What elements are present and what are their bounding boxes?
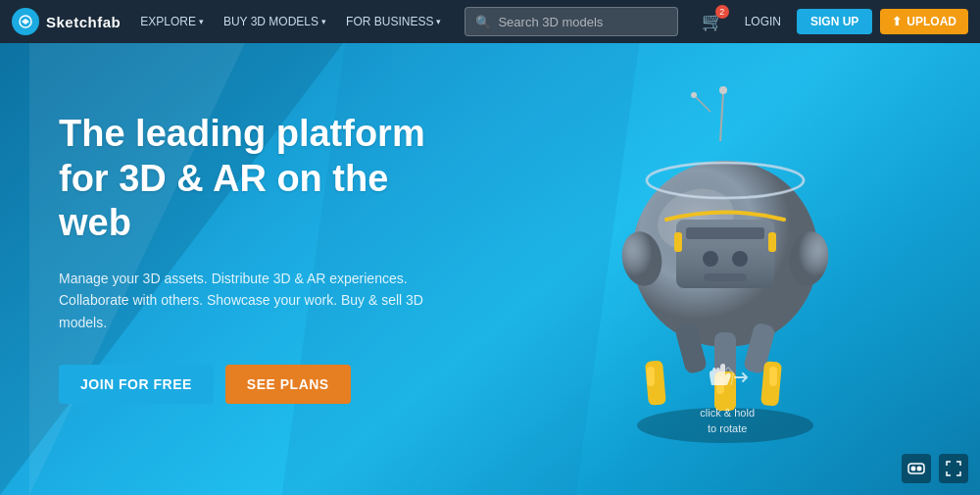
svg-point-5	[691, 92, 697, 98]
sketchfab-logo-icon	[12, 8, 39, 35]
join-button[interactable]: JOIN FOR FREE	[59, 365, 214, 404]
hand-icon	[704, 358, 751, 401]
svg-rect-16	[704, 273, 747, 281]
upload-icon: ⬆	[892, 15, 902, 28]
svg-rect-13	[686, 227, 764, 239]
bottom-icons	[902, 454, 968, 483]
explore-arrow-icon: ▾	[199, 17, 204, 26]
signup-button[interactable]: SIGN UP	[797, 9, 872, 34]
business-arrow-icon: ▾	[436, 17, 441, 26]
upload-button[interactable]: ⬆ UPLOAD	[880, 9, 968, 34]
hero-content: The leading platform for 3D & AR on the …	[0, 43, 470, 404]
cart-icon[interactable]: 🛒 2	[696, 7, 729, 36]
search-input[interactable]	[498, 15, 666, 29]
logo-text: Sketchfab	[46, 14, 121, 30]
vr-button[interactable]	[902, 454, 931, 483]
explore-nav[interactable]: EXPLORE ▾	[134, 11, 210, 32]
svg-point-3	[719, 86, 727, 94]
login-button[interactable]: LOGIN	[737, 11, 789, 32]
hero-subtitle: Manage your 3D assets. Distribute 3D & A…	[59, 268, 441, 333]
buy-arrow-icon: ▾	[321, 17, 326, 26]
svg-rect-12	[768, 232, 776, 252]
navbar: Sketchfab EXPLORE ▾ BUY 3D MODELS ▾ FOR …	[0, 0, 980, 43]
svg-rect-32	[769, 367, 777, 386]
hero-buttons: JOIN FOR FREE SEE PLANS	[59, 365, 470, 404]
svg-point-34	[911, 467, 916, 471]
rotate-hint-text: click & hold to rotate	[700, 406, 755, 436]
for-business-nav[interactable]: FOR BUSINESS ▾	[340, 11, 447, 32]
svg-rect-11	[674, 232, 682, 252]
svg-line-4	[696, 97, 710, 112]
buy-models-nav[interactable]: BUY 3D MODELS ▾	[218, 11, 332, 32]
search-icon: 🔍	[475, 15, 491, 29]
svg-point-35	[917, 467, 922, 471]
plans-button[interactable]: SEE PLANS	[225, 365, 351, 404]
fullscreen-button[interactable]	[939, 454, 968, 483]
svg-point-15	[732, 251, 748, 267]
logo-area[interactable]: Sketchfab	[12, 8, 121, 35]
hero-title: The leading platform for 3D & AR on the …	[59, 112, 470, 246]
svg-rect-30	[647, 367, 655, 386]
rotate-hint: click & hold to rotate	[700, 358, 755, 436]
svg-line-2	[720, 92, 723, 141]
svg-point-14	[703, 251, 718, 267]
hero-section: The leading platform for 3D & AR on the …	[0, 43, 980, 495]
cart-badge: 2	[715, 5, 729, 19]
search-bar[interactable]: 🔍	[465, 7, 677, 36]
